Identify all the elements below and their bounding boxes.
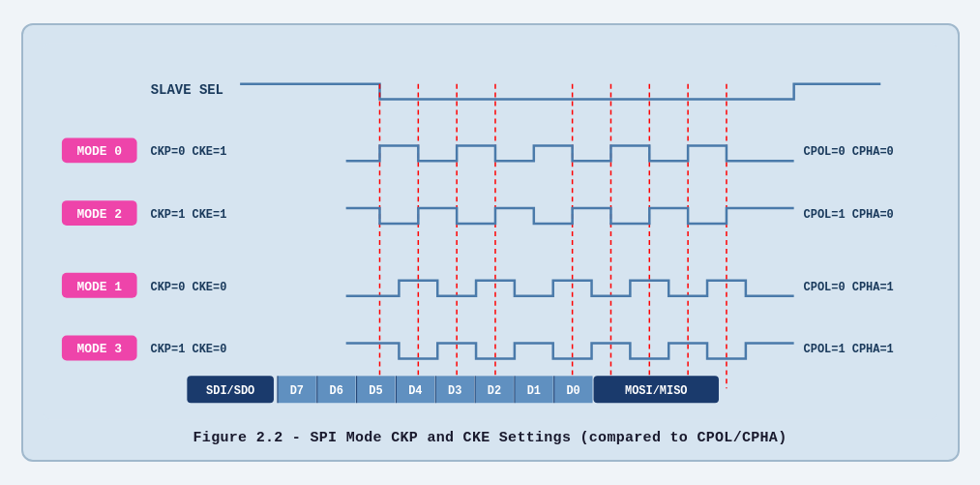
- svg-text:D4: D4: [408, 384, 422, 398]
- svg-text:D2: D2: [487, 384, 500, 398]
- svg-text:D5: D5: [369, 384, 382, 398]
- svg-text:MODE 2: MODE 2: [76, 207, 122, 222]
- svg-text:MOSI/MISO: MOSI/MISO: [625, 384, 687, 398]
- svg-text:D3: D3: [447, 384, 460, 398]
- svg-text:D7: D7: [289, 384, 303, 398]
- diagram-container: text { font-family: 'Courier New', Couri…: [21, 23, 960, 462]
- svg-text:MODE 3: MODE 3: [76, 342, 122, 356]
- timing-diagram: text { font-family: 'Courier New', Couri…: [43, 43, 938, 420]
- svg-text:CPOL=1  CPHA=1: CPOL=1 CPHA=1: [803, 343, 893, 356]
- slave-sel-label: SLAVE SEL: [150, 82, 223, 98]
- svg-text:CPOL=1  CPHA=0: CPOL=1 CPHA=0: [803, 208, 893, 222]
- svg-text:D0: D0: [566, 384, 579, 398]
- svg-text:CKP=0  CKE=0: CKP=0 CKE=0: [150, 281, 226, 294]
- svg-text:CKP=1  CKE=1: CKP=1 CKE=1: [150, 208, 226, 222]
- svg-text:MODE 1: MODE 1: [76, 280, 122, 294]
- figure-caption: Figure 2.2 - SPI Mode CKP and CKE Settin…: [43, 430, 938, 446]
- svg-text:D1: D1: [526, 384, 540, 398]
- svg-text:SDI/SDO: SDI/SDO: [206, 384, 254, 398]
- svg-text:CKP=0  CKE=1: CKP=0 CKE=1: [150, 145, 226, 159]
- svg-text:MODE 0: MODE 0: [76, 144, 122, 159]
- svg-text:CPOL=0  CPHA=0: CPOL=0 CPHA=0: [803, 145, 893, 159]
- svg-text:CPOL=0  CPHA=1: CPOL=0 CPHA=1: [803, 281, 893, 294]
- svg-text:CKP=1  CKE=0: CKP=1 CKE=0: [150, 343, 226, 356]
- svg-text:D6: D6: [329, 384, 342, 398]
